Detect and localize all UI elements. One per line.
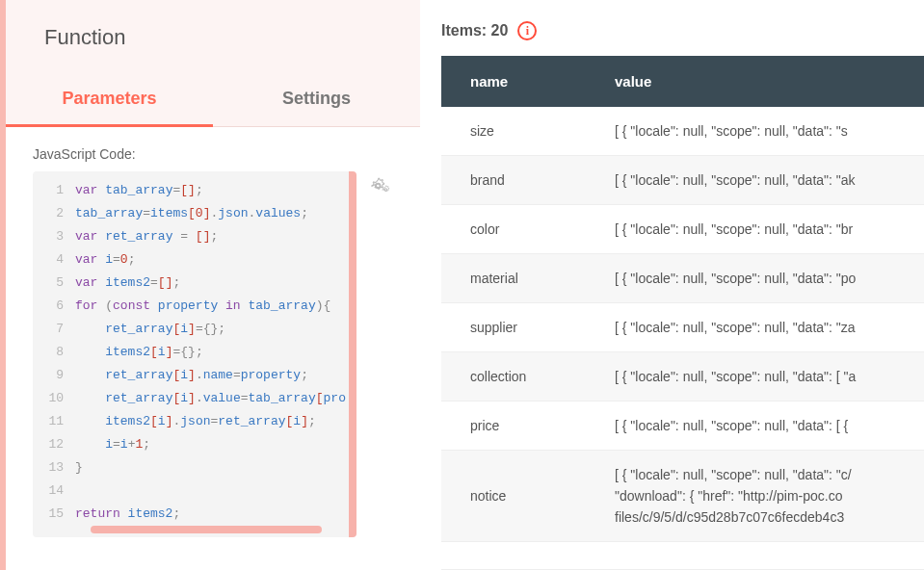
code-content: ret_array[i].value=tab_array[pro — [75, 387, 346, 410]
line-number: 10 — [33, 387, 75, 410]
code-field-label: JavaScript Code: — [33, 146, 420, 162]
alert-icon[interactable]: i — [517, 21, 537, 40]
code-content: var i=0; — [75, 248, 135, 272]
code-line: 9 ret_array[i].name=property; — [33, 364, 349, 387]
output-panel: Items: 20 i name value size[ { "locale":… — [420, 0, 924, 570]
cell-name: collection — [441, 355, 605, 398]
tab-settings[interactable]: Settings — [213, 71, 420, 126]
code-content: for (const property in tab_array){ — [75, 295, 330, 318]
table-row[interactable]: price[ { "locale": null, "scope": null, … — [441, 402, 924, 451]
table-header: name value — [441, 56, 924, 107]
code-line: 4var i=0; — [33, 248, 349, 272]
line-number: 15 — [33, 503, 75, 526]
table-row[interactable]: material[ { "locale": null, "scope": nul… — [441, 254, 924, 303]
table-row[interactable]: notice[ { "locale": null, "scope": null,… — [441, 451, 924, 542]
horizontal-scrollbar[interactable] — [91, 526, 322, 533]
table-row[interactable]: color[ { "locale": null, "scope": null, … — [441, 205, 924, 254]
line-number: 6 — [33, 295, 75, 318]
line-number: 2 — [33, 202, 75, 225]
code-content: ret_array[i].name=property; — [75, 364, 308, 387]
code-content: i=i+1; — [75, 433, 150, 456]
line-number: 12 — [33, 433, 75, 456]
code-content: ret_array[i]={}; — [75, 318, 225, 341]
table-row[interactable]: brand[ { "locale": null, "scope": null, … — [441, 156, 924, 205]
code-line: 7 ret_array[i]={}; — [33, 318, 349, 341]
code-line: 15return items2; — [33, 503, 349, 526]
line-number: 13 — [33, 456, 75, 479]
code-content: var tab_array=[]; — [75, 179, 203, 202]
table-row[interactable]: collection[ { "locale": null, "scope": n… — [441, 352, 924, 402]
config-panel: Function Parameters Settings JavaScript … — [6, 0, 420, 570]
tab-parameters[interactable]: Parameters — [6, 71, 213, 126]
code-line: 10 ret_array[i].value=tab_array[pro — [33, 387, 349, 410]
cell-value: [ { "locale": null, "scope": null, "data… — [605, 257, 924, 299]
cell-value: [ { "locale": null, "scope": null, "data… — [605, 306, 924, 349]
cell-value: [ { "locale": null, "scope": null, "data… — [605, 159, 924, 201]
code-line: 6for (const property in tab_array){ — [33, 295, 349, 318]
cell-name: supplier — [441, 306, 605, 349]
code-content: return items2; — [75, 503, 180, 526]
code-content: var items2=[]; — [75, 272, 180, 295]
code-content: } — [75, 456, 83, 479]
code-line: 5var items2=[]; — [33, 272, 349, 295]
items-label: Items: — [441, 22, 487, 39]
line-number: 11 — [33, 410, 75, 433]
code-content: tab_array=items[0].json.values; — [75, 202, 308, 225]
line-number: 1 — [33, 179, 75, 202]
code-content: items2[i].json=ret_array[i]; — [75, 410, 316, 433]
config-tabs: Parameters Settings — [6, 71, 420, 127]
items-header: Items: 20 i — [441, 21, 924, 56]
cell-name: size — [441, 110, 605, 152]
col-header-value[interactable]: value — [605, 56, 924, 107]
line-number: 14 — [33, 479, 75, 503]
panel-title: Function — [6, 0, 420, 71]
code-line: 14 — [33, 479, 349, 503]
cell-name: color — [441, 208, 605, 250]
line-number: 4 — [33, 248, 75, 272]
cell-value: [ { "locale": null, "scope": null, "data… — [605, 355, 924, 398]
code-editor[interactable]: 1var tab_array=[];2tab_array=items[0].js… — [33, 171, 356, 537]
line-number: 9 — [33, 364, 75, 387]
table-row[interactable]: size[ { "locale": null, "scope": null, "… — [441, 107, 924, 156]
code-line: 3var ret_array = []; — [33, 225, 349, 248]
table-row[interactable]: supplier[ { "locale": null, "scope": nul… — [441, 303, 924, 352]
col-header-name[interactable]: name — [441, 56, 605, 107]
line-number: 8 — [33, 341, 75, 364]
code-line: 1var tab_array=[]; — [33, 179, 349, 202]
cell-value: [ { "locale": null, "scope": null, "data… — [605, 208, 924, 250]
code-content: items2[i]={}; — [75, 341, 203, 364]
items-count: 20 — [491, 22, 509, 39]
line-number: 3 — [33, 225, 75, 248]
cell-name: material — [441, 257, 605, 299]
cell-name: price — [441, 404, 605, 447]
code-line: 12 i=i+1; — [33, 433, 349, 456]
code-line: 11 items2[i].json=ret_array[i]; — [33, 410, 349, 433]
cell-name: brand — [441, 159, 605, 201]
code-line: 2tab_array=items[0].json.values; — [33, 202, 349, 225]
code-content: var ret_array = []; — [75, 225, 218, 248]
cell-value: [ { "locale": null, "scope": null, "data… — [605, 110, 924, 152]
gears-icon[interactable] — [370, 177, 391, 194]
line-number: 7 — [33, 318, 75, 341]
cell-value: [ { "locale": null, "scope": null, "data… — [605, 404, 924, 447]
cell-value: [ { "locale": null, "scope": null, "data… — [605, 451, 924, 541]
line-number: 5 — [33, 272, 75, 295]
cell-name: notice — [441, 475, 605, 517]
code-line: 13} — [33, 456, 349, 479]
table-body: size[ { "locale": null, "scope": null, "… — [441, 107, 924, 570]
code-line: 8 items2[i]={}; — [33, 341, 349, 364]
